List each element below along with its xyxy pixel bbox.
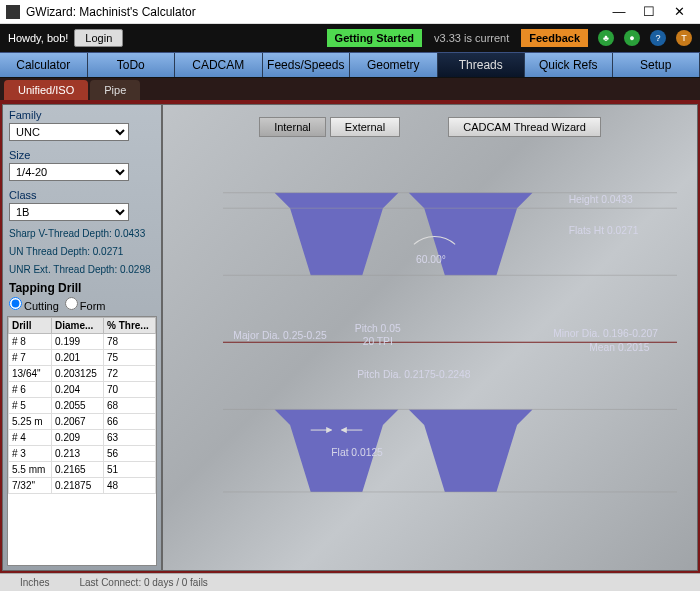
- greeting-text: Howdy, bob!: [8, 32, 68, 44]
- family-select[interactable]: UNC: [9, 123, 129, 141]
- drill-col-header[interactable]: Drill: [9, 318, 52, 334]
- table-row[interactable]: 7/32"0.2187548: [9, 478, 156, 494]
- size-select[interactable]: 1/4-20: [9, 163, 129, 181]
- table-row[interactable]: 5.5 mm0.216551: [9, 462, 156, 478]
- sharp-v-depth: Sharp V-Thread Depth: 0.0433: [3, 225, 161, 243]
- table-row[interactable]: 13/64"0.20312572: [9, 366, 156, 382]
- drill-table[interactable]: DrillDiame...% Thre...# 80.19978# 70.201…: [7, 316, 157, 566]
- tab-geometry[interactable]: Geometry: [350, 53, 438, 77]
- angle-label: 60.00°: [416, 254, 446, 265]
- height-label: Height 0.0433: [569, 194, 633, 205]
- cadcam-wizard-button[interactable]: CADCAM Thread Wizard: [448, 117, 601, 137]
- tab-feedsspeeds[interactable]: Feeds/Speeds: [263, 53, 351, 77]
- close-button[interactable]: ✕: [664, 4, 694, 19]
- globe-icon[interactable]: ●: [624, 30, 640, 46]
- sub-tabs: Unified/ISOPipe: [0, 78, 700, 102]
- diagram-panel: Internal External CADCAM Thread Wizard: [162, 104, 698, 571]
- tpi-label: 20 TPI: [363, 336, 393, 347]
- status-bar: Inches Last Connect: 0 days / 0 fails: [0, 573, 700, 591]
- tab-todo[interactable]: ToDo: [88, 53, 176, 77]
- table-row[interactable]: # 80.19978: [9, 334, 156, 350]
- feedback-button[interactable]: Feedback: [521, 29, 588, 47]
- class-select[interactable]: 1B: [9, 203, 129, 221]
- flat-label: Flat 0.0125: [331, 447, 383, 458]
- tip-icon[interactable]: T: [676, 30, 692, 46]
- un-depth: UN Thread Depth: 0.0271: [3, 243, 161, 261]
- svg-marker-3: [409, 409, 533, 492]
- mean-label: Mean 0.2015: [589, 342, 649, 353]
- table-row[interactable]: # 70.20175: [9, 350, 156, 366]
- minimize-button[interactable]: —: [604, 4, 634, 19]
- help-icon[interactable]: ?: [650, 30, 666, 46]
- internal-button[interactable]: Internal: [259, 117, 326, 137]
- subtab-unifiediso[interactable]: Unified/ISO: [4, 80, 88, 100]
- major-dia-label: Major Dia. 0.25-0.25: [233, 330, 327, 341]
- external-button[interactable]: External: [330, 117, 400, 137]
- pitch-dia-label: Pitch Dia. 0.2175-0.2248: [357, 369, 471, 380]
- app-icon: [6, 5, 20, 19]
- login-button[interactable]: Login: [74, 29, 123, 47]
- window-title: GWizard: Machinist's Calculator: [26, 5, 604, 19]
- table-row[interactable]: # 40.20963: [9, 430, 156, 446]
- top-toolbar: Howdy, bob! Login Getting Started v3.33 …: [0, 24, 700, 52]
- class-label: Class: [9, 189, 155, 201]
- tab-calculator[interactable]: Calculator: [0, 53, 88, 77]
- table-row[interactable]: # 30.21356: [9, 446, 156, 462]
- table-row[interactable]: 5.25 m0.206766: [9, 414, 156, 430]
- maximize-button[interactable]: ☐: [634, 4, 664, 19]
- size-label: Size: [9, 149, 155, 161]
- table-row[interactable]: # 60.20470: [9, 382, 156, 398]
- minor-dia-label: Minor Dia. 0.196-0.207: [553, 328, 658, 339]
- tab-threads[interactable]: Threads: [438, 53, 526, 77]
- units-text: Inches: [20, 577, 49, 588]
- table-row[interactable]: # 50.205568: [9, 398, 156, 414]
- main-tabs: CalculatorToDoCADCAMFeeds/SpeedsGeometry…: [0, 52, 700, 78]
- tab-quickrefs[interactable]: Quick Refs: [525, 53, 613, 77]
- version-text: v3.33 is current: [434, 32, 509, 44]
- work-area: Family UNC Size 1/4-20 Class 1B Sharp V-…: [0, 102, 700, 573]
- flats-ht-label: Flats Ht 0.0271: [569, 225, 639, 236]
- connect-text: Last Connect: 0 days / 0 fails: [79, 577, 207, 588]
- tapping-header: Tapping Drill: [3, 279, 161, 297]
- drill-col-header[interactable]: Diame...: [52, 318, 104, 334]
- tab-setup[interactable]: Setup: [613, 53, 701, 77]
- left-panel: Family UNC Size 1/4-20 Class 1B Sharp V-…: [2, 104, 162, 571]
- tab-cadcam[interactable]: CADCAM: [175, 53, 263, 77]
- thread-diagram: Height 0.0433 Flats Ht 0.0271 60.00° Pit…: [223, 145, 677, 550]
- drill-col-header[interactable]: % Thre...: [104, 318, 156, 334]
- getting-started-button[interactable]: Getting Started: [327, 29, 422, 47]
- pitch-label: Pitch 0.05: [355, 323, 401, 334]
- cutting-radio[interactable]: Cutting: [9, 297, 59, 312]
- subtab-pipe[interactable]: Pipe: [90, 80, 140, 100]
- form-radio[interactable]: Form: [65, 297, 106, 312]
- unr-depth: UNR Ext. Thread Depth: 0.0298: [3, 261, 161, 279]
- community-icon[interactable]: ♣: [598, 30, 614, 46]
- svg-marker-0: [275, 193, 399, 276]
- family-label: Family: [9, 109, 155, 121]
- titlebar: GWizard: Machinist's Calculator — ☐ ✕: [0, 0, 700, 24]
